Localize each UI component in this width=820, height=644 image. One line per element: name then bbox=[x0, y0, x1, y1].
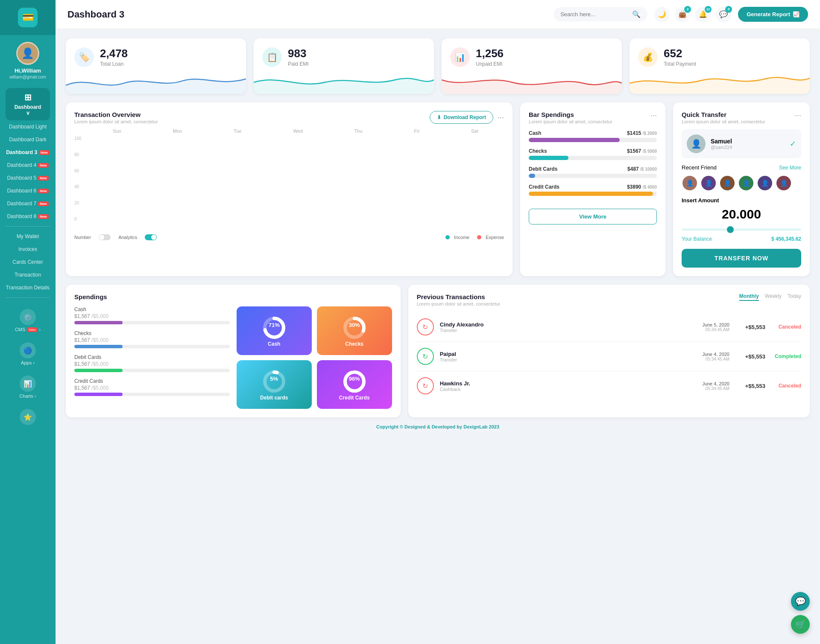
generate-report-button[interactable]: Generate Report 📈 bbox=[738, 7, 808, 22]
cash-progress-fill bbox=[529, 138, 620, 142]
y-axis: 100806040200 bbox=[74, 136, 82, 221]
sidebar-item-cards[interactable]: Cards Center bbox=[0, 256, 56, 268]
view-more-button[interactable]: View More bbox=[529, 209, 657, 224]
analytics-toggle[interactable] bbox=[145, 234, 157, 240]
spendings-card: Spendings Cash $1,567 /$5,000 Checks $1,… bbox=[66, 285, 401, 417]
unpaid-emi-value: 1,256 bbox=[476, 47, 504, 60]
rf-avatar-1[interactable]: 👤 bbox=[682, 175, 698, 191]
amount-display: 20.000 bbox=[682, 207, 801, 221]
sidebar-item-dashboard4[interactable]: Dashboard 4 New bbox=[0, 159, 56, 172]
transfer-now-button[interactable]: TRANSFER NOW bbox=[682, 249, 801, 268]
sidebar-item-invoices[interactable]: Invoices bbox=[0, 243, 56, 256]
wallet-badge: 2 bbox=[684, 6, 691, 13]
tab-weekly[interactable]: Weekly bbox=[765, 293, 782, 301]
debit-progress-fill bbox=[529, 174, 535, 178]
search-box[interactable]: 🔍 bbox=[554, 7, 647, 21]
selected-user-avatar: 👤 bbox=[687, 134, 706, 153]
spending-bars: Cash $1,567 /$5,000 Checks $1,567 /$5,00… bbox=[74, 306, 230, 402]
expense-dot bbox=[477, 235, 481, 239]
footer: Copyright © Designed & Developed by Dexi… bbox=[66, 417, 810, 431]
sidebar-item-dashboard7[interactable]: Dashboard 7 New bbox=[0, 197, 56, 210]
sidebar-item-favorite[interactable]: ⭐ bbox=[0, 404, 56, 432]
avatar: 👤 bbox=[16, 42, 39, 65]
sb-checks-label: Checks bbox=[74, 330, 230, 336]
cart-float-button[interactable]: 🛒 bbox=[791, 615, 810, 634]
txn-hawkins-status: Canceled bbox=[771, 383, 801, 389]
sidebar-item-dashboard5[interactable]: Dashboard 5 New bbox=[0, 172, 56, 184]
sb-credit-amount: $1,567 /$5,000 bbox=[74, 385, 230, 391]
sidebar-item-dashboard6[interactable]: Dashboard 6 New bbox=[0, 184, 56, 197]
floating-buttons: 💬 🛒 bbox=[791, 592, 810, 634]
overview-more-button[interactable]: ··· bbox=[498, 113, 504, 122]
generate-report-label: Generate Report bbox=[747, 11, 790, 17]
number-legend-label: Number bbox=[74, 235, 91, 240]
wallet-icon-button[interactable]: 👜 2 bbox=[675, 7, 690, 22]
bell-badge: 12 bbox=[705, 6, 712, 13]
txn-hawkins-time: 05:34:45 AM bbox=[695, 386, 729, 391]
total-loan-value: 2,478 bbox=[100, 47, 128, 60]
sidebar-item-dashboard8[interactable]: Dashboard 8 New bbox=[0, 210, 56, 223]
rf-avatar-4[interactable]: 👤 bbox=[738, 175, 754, 191]
sidebar-item-transaction[interactable]: Transaction bbox=[0, 268, 56, 281]
unpaid-emi-icon: 📊 bbox=[450, 47, 470, 67]
txn-cindy-type: Transfer bbox=[440, 328, 689, 333]
tab-today[interactable]: Today bbox=[788, 293, 801, 301]
new-badge: New bbox=[38, 176, 48, 181]
grid-icon: ⊞ bbox=[24, 92, 32, 102]
sidebar-item-dashboard-light[interactable]: Dashboard Light bbox=[0, 120, 56, 133]
logo-icon: 💳 bbox=[18, 8, 38, 27]
sidebar-item-transaction-details[interactable]: Transaction Details bbox=[0, 281, 56, 294]
sb-cash-amount: $1,567 /$5,000 bbox=[74, 313, 230, 319]
cms-label: CMS bbox=[15, 327, 25, 332]
donut-checks-label: Checks bbox=[345, 341, 363, 347]
spending-item-credit: Credit Cards $3890 /$ 4000 bbox=[529, 184, 657, 196]
sb-cash-label: Cash bbox=[74, 306, 230, 312]
user-email: william@gmail.com bbox=[9, 75, 46, 79]
txn-sub: Lorem ipsum dolor sit amet, consectetur bbox=[417, 301, 501, 306]
paid-emi-icon: 📋 bbox=[262, 47, 282, 67]
selected-user-info: Samuel @sam224 bbox=[711, 138, 732, 150]
sidebar-item-cms[interactable]: ⚙️ CMS New › bbox=[0, 304, 56, 337]
search-icon: 🔍 bbox=[632, 10, 641, 18]
amount-slider[interactable] bbox=[682, 228, 801, 231]
rf-avatar-3[interactable]: 👤 bbox=[719, 175, 735, 191]
bar-spendings-more-button[interactable]: ··· bbox=[650, 111, 657, 120]
income-dot bbox=[445, 235, 450, 239]
divider bbox=[6, 226, 50, 227]
message-icon-button[interactable]: 💬 5 bbox=[716, 7, 731, 22]
recent-friend-label: Recent Friend bbox=[682, 164, 717, 171]
download-report-button[interactable]: ⬇ Download Report bbox=[430, 111, 493, 124]
rf-avatar-5[interactable]: 👤 bbox=[757, 175, 773, 191]
rf-avatar-2[interactable]: 👤 bbox=[700, 175, 717, 191]
bell-icon-button[interactable]: 🔔 12 bbox=[695, 7, 711, 22]
new-badge: New bbox=[38, 201, 48, 206]
txn-cindy-date: June 5, 2020 05:34:45 AM bbox=[695, 322, 729, 332]
number-toggle[interactable] bbox=[99, 234, 111, 240]
svg-point-7 bbox=[345, 372, 364, 391]
support-float-button[interactable]: 💬 bbox=[791, 592, 810, 611]
sb-item-checks: Checks $1,567 /$5,000 bbox=[74, 330, 230, 348]
search-input[interactable] bbox=[560, 11, 629, 17]
sidebar-item-apps[interactable]: 🔵 Apps › bbox=[0, 337, 56, 370]
quick-transfer-more-button[interactable]: ··· bbox=[795, 111, 801, 120]
previous-transactions-card: Previous Transactions Lorem ipsum dolor … bbox=[408, 285, 810, 417]
sidebar-item-dashboard-dark[interactable]: Dashboard Dark bbox=[0, 133, 56, 146]
moon-icon-button[interactable]: 🌙 bbox=[654, 7, 670, 22]
selected-user[interactable]: 👤 Samuel @sam224 ✓ bbox=[682, 129, 801, 158]
sidebar-item-charts[interactable]: 📊 Charts › bbox=[0, 370, 56, 404]
sidebar-item-dashboard3[interactable]: Dashboard 3 New bbox=[0, 146, 56, 159]
sidebar-item-wallet[interactable]: My Wallet bbox=[0, 230, 56, 243]
tab-monthly[interactable]: Monthly bbox=[739, 293, 759, 301]
selected-user-handle: @sam224 bbox=[711, 145, 732, 150]
recent-friends: Recent Friend See More 👤 👤 👤 👤 👤 👤 bbox=[682, 164, 801, 191]
balance-value: $ 456,345.62 bbox=[771, 236, 801, 242]
cash-progress-bar bbox=[529, 138, 657, 142]
dashboard-menu-button[interactable]: ⊞ Dashboard ∨ bbox=[6, 88, 50, 120]
chart-area: 100806040200 bbox=[74, 136, 504, 230]
paid-emi-label: Paid EMI bbox=[288, 61, 309, 67]
cms-new-badge: New bbox=[27, 327, 37, 332]
total-loan-label: Total Loan bbox=[100, 61, 128, 67]
see-more-link[interactable]: See More bbox=[779, 165, 801, 171]
divider bbox=[6, 297, 50, 298]
rf-avatar-6[interactable]: 👤 bbox=[776, 175, 792, 191]
